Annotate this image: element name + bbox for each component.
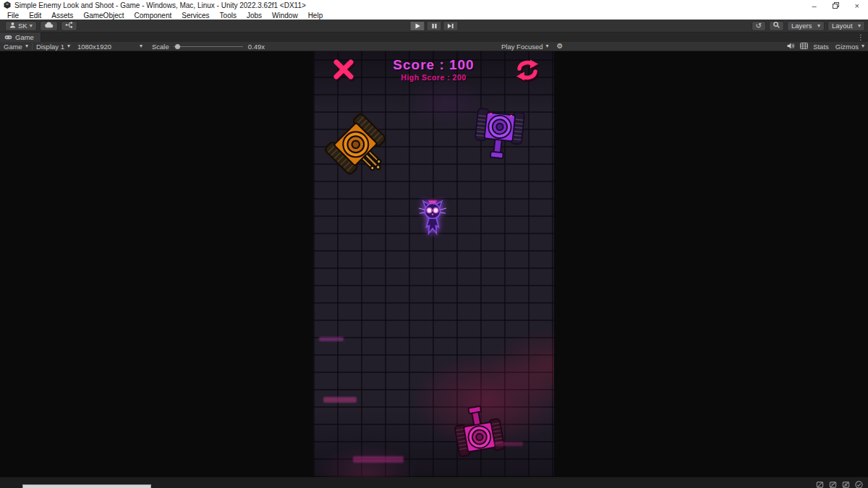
- layers-label: Layers: [791, 22, 812, 30]
- menu-services[interactable]: Services: [176, 12, 214, 20]
- statusbar-progress-bar: [22, 484, 151, 488]
- chevron-down-icon: ▾: [861, 43, 864, 49]
- game-viewport[interactable]: Score : 100 High Score : 200: [313, 51, 554, 477]
- close-button[interactable]: ×: [855, 2, 859, 9]
- chevron-down-icon: ▾: [817, 23, 820, 29]
- display-label: Display 1: [36, 43, 64, 51]
- tab-strip: Game ⋮: [0, 33, 868, 42]
- play-button[interactable]: [410, 21, 425, 31]
- game-view-mode-label: Game: [4, 43, 22, 51]
- version-control-button[interactable]: [61, 21, 77, 31]
- gizmos-dropdown[interactable]: Gizmos ▾: [834, 42, 866, 51]
- window-titlebar: Simple Enemy Look and Shoot - Game - Win…: [0, 0, 868, 11]
- player-character: [418, 200, 447, 240]
- console-error-icon[interactable]: [842, 479, 850, 488]
- account-label: SK: [18, 22, 27, 30]
- enemy-tank-orange: [313, 94, 405, 194]
- undo-history-button[interactable]: ↺: [752, 21, 766, 31]
- graffiti-mark: [319, 337, 344, 341]
- game-view-mode-dropdown[interactable]: Game ▾: [0, 42, 32, 51]
- account-dropdown[interactable]: SK ▾: [5, 21, 37, 31]
- layers-dropdown[interactable]: Layers ▾: [787, 21, 825, 31]
- layout-label: Layout: [832, 22, 853, 30]
- resolution-dropdown[interactable]: 1080x1920 ▾: [74, 42, 146, 51]
- pause-button[interactable]: [427, 21, 442, 31]
- tab-options-icon[interactable]: ⋮: [857, 33, 864, 41]
- mute-audio-icon[interactable]: [787, 43, 795, 51]
- game-restart-button[interactable]: [515, 59, 540, 85]
- display-dropdown[interactable]: Display 1 ▾: [33, 42, 74, 51]
- menubar: File Edit Assets GameObject Component Se…: [0, 11, 868, 20]
- layout-dropdown[interactable]: Layout ▾: [827, 21, 865, 31]
- chevron-down-icon: ▾: [30, 23, 33, 29]
- minimize-button[interactable]: –: [812, 2, 816, 9]
- history-icon: ↺: [756, 22, 762, 30]
- game-view-toolbar: Game ▾ Display 1 ▾ 1080x1920 ▾ Scale 0.4…: [0, 42, 868, 51]
- console-warning-icon[interactable]: [829, 479, 837, 488]
- cloud-button[interactable]: [40, 21, 58, 31]
- unity-logo-icon: [4, 1, 11, 10]
- search-icon: [773, 22, 780, 30]
- stats-toggle[interactable]: Stats: [813, 43, 829, 51]
- game-close-button[interactable]: [333, 59, 354, 82]
- menu-help[interactable]: Help: [303, 12, 328, 20]
- game-view-canvas-area: Score : 100 High Score : 200: [0, 51, 868, 477]
- resolution-label: 1080x1920: [77, 43, 111, 51]
- enemy-tank-pink: [444, 401, 515, 474]
- search-button[interactable]: [769, 21, 784, 31]
- chevron-down-icon: ▾: [858, 23, 861, 29]
- frame-grid-icon[interactable]: [800, 43, 808, 51]
- tab-game-label: Game: [15, 33, 34, 41]
- editor-toolbar: SK ▾ ↺: [0, 20, 868, 33]
- chevron-down-icon: ▾: [546, 43, 549, 49]
- gamepad-icon: [4, 33, 12, 41]
- tab-game[interactable]: Game: [0, 33, 41, 42]
- tasks-check-icon[interactable]: [855, 479, 863, 488]
- console-info-icon[interactable]: [816, 479, 824, 488]
- menu-component[interactable]: Component: [129, 12, 177, 20]
- graffiti-mark: [323, 397, 357, 403]
- maximize-button[interactable]: [833, 2, 839, 9]
- enemy-tank-purple: [466, 91, 535, 162]
- capture-gear-icon[interactable]: ⚙: [557, 43, 563, 50]
- menu-tools[interactable]: Tools: [215, 12, 242, 20]
- scale-value: 0.49x: [248, 43, 265, 51]
- menu-jobs[interactable]: Jobs: [242, 12, 267, 20]
- scale-slider-track[interactable]: [174, 46, 243, 47]
- window-title: Simple Enemy Look and Shoot - Game - Win…: [14, 1, 306, 9]
- gizmos-label: Gizmos: [835, 43, 859, 51]
- scale-slider-knob[interactable]: [175, 44, 180, 49]
- graffiti-mark: [494, 442, 523, 446]
- branch-icon: [65, 22, 73, 30]
- graffiti-mark: [353, 456, 404, 463]
- cloud-icon: [44, 22, 54, 30]
- menu-gameobject[interactable]: GameObject: [78, 12, 129, 20]
- focus-mode-dropdown[interactable]: Play Focused ▾: [498, 42, 553, 51]
- scale-slider[interactable]: Scale 0.49x: [152, 43, 265, 51]
- chevron-down-icon: ▾: [67, 43, 70, 49]
- menu-window[interactable]: Window: [267, 12, 303, 20]
- chevron-down-icon: ▾: [140, 43, 142, 49]
- account-icon: [9, 22, 16, 30]
- scale-label: Scale: [152, 43, 169, 51]
- menu-assets[interactable]: Assets: [46, 12, 78, 20]
- chevron-down-icon: ▾: [25, 43, 28, 49]
- menu-file[interactable]: File: [2, 12, 24, 20]
- step-button[interactable]: [443, 21, 459, 31]
- focus-mode-label: Play Focused: [501, 43, 543, 51]
- menu-edit[interactable]: Edit: [24, 12, 46, 20]
- statusbar: [0, 477, 868, 488]
